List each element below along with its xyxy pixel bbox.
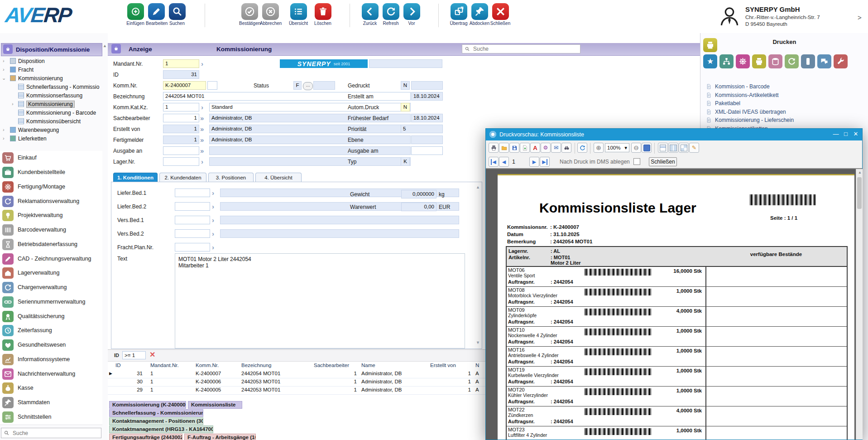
close-button[interactable]: Schließen <box>490 3 511 26</box>
lookup-double-arrow-icon[interactable]: » <box>200 125 204 133</box>
task-tab-schnellerfassung[interactable]: Schnellerfassung - Kommissionierung <box>109 409 203 417</box>
tree-item-kommissionierung-barcode[interactable]: Kommissionierung - Barcode <box>0 109 102 117</box>
database-icon[interactable] <box>768 54 782 68</box>
print-list-item[interactable]: Paketlabel <box>706 100 864 108</box>
column-header[interactable]: Sachbearbeiter <box>314 363 349 368</box>
mandant-input[interactable]: 1 <box>163 59 199 68</box>
tree-item-disposition[interactable]: ›Disposition <box>0 58 102 66</box>
last-page-button[interactable]: ▶ <box>540 157 550 167</box>
undock-button[interactable]: Abdocken <box>469 3 490 26</box>
sidebar-search-input[interactable] <box>12 430 99 437</box>
scroll-up-icon[interactable]: ▲ <box>858 170 862 174</box>
print-button[interactable] <box>489 143 499 153</box>
export-button[interactable] <box>520 143 530 153</box>
form-search-input[interactable] <box>472 45 578 53</box>
chevron-right-icon[interactable]: > <box>858 14 862 21</box>
liefer-bed2-input[interactable] <box>175 202 210 211</box>
status-more-button[interactable]: ... <box>303 82 313 90</box>
search-binoculars-icon[interactable] <box>561 143 571 153</box>
scroll-down-icon[interactable]: ▼ <box>476 340 480 345</box>
sidebar-item-qualitaetssicherung[interactable]: Qualitätssicherung <box>0 309 102 324</box>
forward-button[interactable]: Vor <box>401 3 422 26</box>
traffic-light-icon[interactable] <box>801 54 815 68</box>
form-search[interactable] <box>462 44 580 53</box>
open-file-button[interactable] <box>499 143 509 153</box>
search-button[interactable]: Suchen <box>167 3 187 26</box>
task-tab-kontaktmanagement[interactable]: Kontaktmanagement (HRG13 - KA16470002) <box>109 425 213 433</box>
chat-icon[interactable] <box>817 54 831 68</box>
sidebar-item-barcodeverwaltung[interactable]: Barcodeverwaltung <box>0 223 102 238</box>
lookup-arrow-icon[interactable]: › <box>212 243 214 251</box>
printer-icon[interactable] <box>752 54 766 68</box>
sidebar-item-betriebsdatenerfassung[interactable]: Betriebsdatenerfassung <box>0 237 102 252</box>
lookup-double-arrow-icon[interactable]: » <box>200 146 204 155</box>
first-page-button[interactable]: ◀ <box>489 157 499 167</box>
view-single-icon[interactable] <box>658 143 668 153</box>
fit-page-button[interactable] <box>642 143 652 153</box>
preview-scrollbar[interactable]: ▲ <box>856 169 863 440</box>
komm-nr-input[interactable]: K-2400007 <box>163 81 206 90</box>
edit-page-icon[interactable]: ✎ <box>689 143 699 153</box>
sachbearbeiter-input[interactable]: 1 <box>163 114 199 122</box>
next-page-button[interactable]: ▶ <box>529 157 539 167</box>
insert-button[interactable]: Einfügen <box>125 3 146 26</box>
sidebar-item-projektverwaltung[interactable]: Projektverwaltung <box>0 208 102 223</box>
sidebar-item-seriennummernverwaltung[interactable]: Seriennummernverwaltung <box>0 295 102 310</box>
fracht-plan-input[interactable] <box>175 243 210 251</box>
lookup-arrow-icon[interactable]: › <box>212 189 214 197</box>
vers-bed2-input[interactable] <box>175 229 210 238</box>
column-header[interactable]: Bezeichnung <box>241 363 272 368</box>
autom-druck-input[interactable]: N <box>401 103 410 111</box>
sidebar-item-stammdaten[interactable]: Stammdaten <box>0 396 102 411</box>
dms-checkbox[interactable] <box>633 158 640 165</box>
sidebar-item-lagerverwaltung[interactable]: Lagerverwaltung <box>0 266 102 281</box>
close-preview-button[interactable]: Schließen <box>649 157 677 166</box>
star-icon[interactable]: ★ <box>703 54 717 68</box>
sidebar-item-zeiterfassung[interactable]: Zeiterfassung <box>0 324 102 338</box>
sidebar-item-kasse[interactable]: Kasse <box>0 381 102 396</box>
sidebar-item-einkauf[interactable]: Einkauf <box>0 151 102 166</box>
column-header[interactable]: Mandant.Nr. <box>150 363 179 368</box>
cancel-button[interactable]: Abbrechen <box>260 3 281 26</box>
task-tab-kommissionierung[interactable]: Kommissionierung (K-2400007) <box>109 401 186 409</box>
minimize-icon[interactable]: — <box>831 131 840 137</box>
task-tab-kontakt-positionen[interactable]: Kontaktmanagement - Positionen (30) <box>109 417 203 425</box>
tree-item-warenbewegung[interactable]: ›Warenbewegung <box>0 126 102 135</box>
tab-uebersicht[interactable]: 4. Übersicht <box>255 173 302 182</box>
company-info[interactable]: SYNERPY GmbH Chr.-Ritter-v.-Langheinrich… <box>715 4 864 30</box>
previous-page-button[interactable]: ◀ <box>499 157 509 167</box>
report-settings-icon[interactable]: ⚙ <box>541 143 551 153</box>
task-tab-f-auftrag[interactable]: F-Auftrag - Arbeitsgänge (10) <box>184 434 256 440</box>
tree-item-kommissionierung[interactable]: ⌄Kommissionierung <box>0 75 102 83</box>
liefer-bed1-input[interactable] <box>175 189 210 197</box>
view-thumbnails-icon[interactable] <box>679 143 689 153</box>
wrench-icon[interactable] <box>834 54 848 68</box>
clear-filter-icon[interactable]: ✕ <box>149 350 155 359</box>
sidebar-item-cad[interactable]: CAD - Zeichnungsverwaltung <box>0 252 102 267</box>
sidebar-item-schnittstellen[interactable]: Schnittstellen <box>0 410 102 425</box>
task-tab-fertigungsauftraege[interactable]: Fertigungsaufträge (2443002) <box>109 434 182 440</box>
sidebar-item-reklamationsverwaltung[interactable]: Reklamationsverwaltung <box>0 194 102 209</box>
sidebar-item-chargenverwaltung[interactable]: Chargenverwaltung <box>0 280 102 295</box>
sidebar-item-informationssysteme[interactable]: Informationssysteme <box>0 353 102 367</box>
scrollbar-thumb[interactable] <box>857 177 862 209</box>
refresh-button[interactable]: Refresh <box>380 3 401 26</box>
confirm-button[interactable]: Bestätigen <box>239 3 260 26</box>
komm-nr-suffix-input[interactable] <box>207 81 217 90</box>
tree-item-fracht[interactable]: ›Fracht <box>0 66 102 74</box>
history-icon[interactable] <box>785 54 799 68</box>
filter-value-input[interactable]: >= 1 <box>122 351 146 359</box>
overview-button[interactable]: Übersicht <box>288 3 309 26</box>
print-list-item[interactable]: Kommission - Barcode <box>706 83 864 91</box>
tab-positionen[interactable]: 3. Positionen <box>208 173 254 182</box>
email-icon[interactable]: ✉ <box>551 143 561 153</box>
lookup-arrow-icon[interactable]: › <box>201 103 203 111</box>
delete-button[interactable]: Löschen <box>312 3 333 26</box>
lookup-arrow-icon[interactable]: › <box>201 157 203 166</box>
column-header[interactable]: Erstellt von <box>430 363 456 368</box>
scroll-up-icon[interactable]: ▲ <box>476 185 480 189</box>
tree-item-lieferketten[interactable]: ›Lieferketten <box>0 135 102 143</box>
text-input[interactable]: MOT01 Motor 2 Liter 2442054 Mitarbeiter … <box>175 253 465 348</box>
transfer-button[interactable]: Übertrag <box>448 3 469 26</box>
zoom-out-icon[interactable]: ⊖ <box>631 143 641 153</box>
